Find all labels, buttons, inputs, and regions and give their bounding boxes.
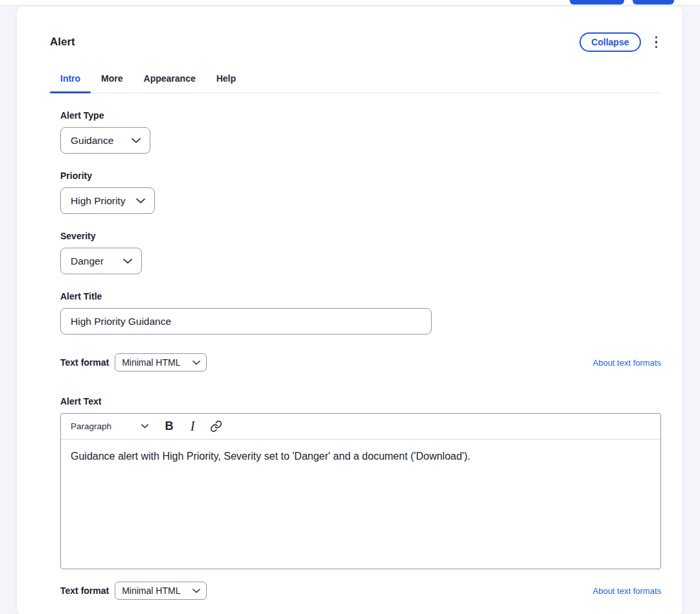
paragraph-style-value: Paragraph [71,421,111,431]
severity-field: Severity Danger [60,231,661,274]
alert-paragraph-card: Alert Collapse Intro More Appearance Hel… [17,6,682,614]
alert-text-label: Alert Text [60,396,661,407]
chevron-down-icon [136,198,145,204]
alert-type-value: Guidance [71,135,113,147]
priority-label: Priority [60,171,661,181]
chevron-down-icon [141,424,148,429]
severity-select[interactable]: Danger [60,248,142,274]
alert-title-input[interactable] [60,308,432,335]
text-format-label: Text format [60,357,109,368]
chevron-down-icon [132,138,141,143]
text-format-value: Minimal HTML [122,585,180,596]
top-action-bar [0,0,700,6]
tab-bar: Intro More Appearance Help [50,67,661,93]
collapse-button[interactable]: Collapse [579,32,640,52]
severity-value: Danger [71,255,104,267]
page-title: Alert [50,36,75,49]
tab-help[interactable]: Help [206,67,246,93]
severity-label: Severity [60,231,661,241]
about-text-formats-link[interactable]: About text formats [593,358,662,368]
alert-title-field: Alert Title [60,291,661,335]
chevron-down-icon [192,589,200,593]
card-header: Alert Collapse [50,32,661,52]
text-format-row-bottom: Text format Minimal HTML About text form… [60,582,661,600]
tab-more[interactable]: More [91,67,133,93]
kebab-menu-icon[interactable] [651,34,662,51]
tab-intro[interactable]: Intro [50,67,91,93]
bold-button[interactable]: B [160,418,178,436]
chevron-down-icon [123,259,132,264]
chevron-down-icon [192,360,200,365]
editor-toolbar: Paragraph B I [61,414,660,440]
text-format-select-bottom[interactable]: Minimal HTML [115,582,207,600]
tab-panel-intro: Alert Type Guidance Priority High Priori… [50,110,661,600]
alert-title-label: Alert Title [60,291,661,301]
link-button[interactable] [207,418,225,436]
text-format-row-top: Text format Minimal HTML About text form… [60,353,661,372]
link-icon [210,420,222,432]
about-text-formats-link[interactable]: About text formats [593,586,662,596]
cutoff-action-button-primary[interactable] [633,0,674,5]
paragraph-style-dropdown[interactable]: Paragraph [71,421,148,431]
editor-paragraph[interactable]: Guidance alert with High Priority, Sever… [71,449,651,464]
editor-content-area[interactable]: Guidance alert with High Priority, Sever… [61,440,660,569]
text-format-label: Text format [60,585,109,596]
alert-type-field: Alert Type Guidance [60,110,661,154]
rich-text-editor: Paragraph B I Guidance alert with High P… [60,413,661,569]
italic-button[interactable]: I [183,418,202,436]
priority-value: High Priority [71,195,125,207]
alert-type-label: Alert Type [60,110,661,121]
alert-text-field: Alert Text Paragraph B I [60,396,661,569]
cutoff-action-button-secondary[interactable] [570,0,624,5]
priority-select[interactable]: High Priority [60,187,155,214]
alert-type-select[interactable]: Guidance [60,127,150,154]
tab-appearance[interactable]: Appearance [134,67,206,93]
priority-field: Priority High Priority [60,171,661,214]
text-format-select-top[interactable]: Minimal HTML [115,353,207,372]
text-format-value: Minimal HTML [122,357,180,368]
